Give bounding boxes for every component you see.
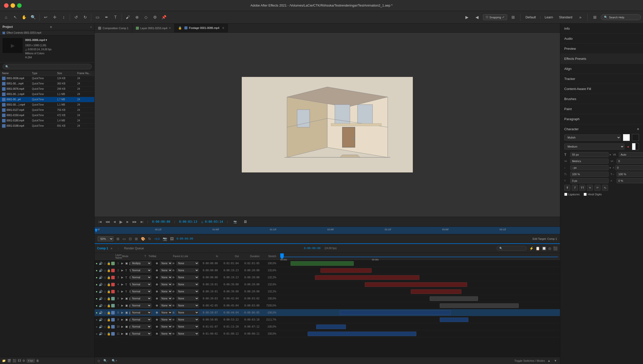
snapshot-view-btn2[interactable]: 🖼 (170, 237, 174, 241)
play-back-icon[interactable]: ◀◀ (105, 220, 109, 223)
layer-audio-btn[interactable]: 🔊 (99, 283, 103, 286)
effects-presets-section[interactable]: Effects Presets (560, 54, 643, 64)
timeline-layer[interactable]: ● 🔊 ◎ 🔒 8 ▶ ▣ [0001-0253.mp4] Normal ⊕ N… (95, 309, 560, 316)
layer-trkmat-select[interactable]: None (160, 261, 172, 265)
file-row[interactable]: 0001-0198.mp4 QuickTime 691 KB 24 (0, 123, 94, 129)
layer-eye-btn[interactable]: ● (95, 332, 99, 336)
file-row[interactable]: 0001-0036.mp4 QuickTime 124 KB 24 (0, 76, 94, 81)
safe-areas-icon[interactable]: ⊡ (129, 237, 132, 241)
layer-lock-btn[interactable]: 🔒 (107, 276, 111, 279)
layer-color-btn[interactable] (111, 304, 115, 307)
layer-expand-btn[interactable]: ▶ (121, 318, 125, 321)
comp-menu-icon[interactable]: ≡ (111, 247, 112, 250)
preview-icon[interactable]: ▭ (123, 237, 126, 241)
project-expand-icon[interactable]: » (90, 25, 92, 28)
layer-expand-btn[interactable]: ▶ (121, 325, 125, 328)
workspace-default[interactable]: Default (524, 14, 538, 20)
pin-tool[interactable]: 📌 (160, 13, 168, 21)
layer-eye-btn[interactable]: ● (95, 276, 99, 279)
char-menu-icon[interactable]: ≡ (637, 127, 639, 131)
layer-track-bar[interactable] (440, 317, 468, 322)
content-aware-fill-section[interactable]: Content-Aware Fill (560, 84, 643, 94)
layer-parent-select[interactable]: None (176, 296, 199, 301)
timeline-layer[interactable]: ● 🔊 ◎ 🔒 4 ▶ T This is...g less wood. Nor… (95, 281, 560, 288)
fullscreen-icon[interactable]: ⊞ (591, 13, 599, 21)
tl-search-input[interactable] (497, 246, 527, 251)
pen-tool[interactable]: ✒ (102, 13, 110, 21)
layer-eye-btn[interactable]: ● (95, 311, 99, 314)
play-back-icon[interactable]: ◀ (473, 13, 481, 21)
layer-solo-btn[interactable]: ◎ (103, 269, 107, 272)
layer-parent-select[interactable]: None (176, 303, 199, 308)
font-size-input[interactable] (570, 152, 609, 157)
paragraph-section[interactable]: Paragraph (560, 114, 643, 124)
timeline-layer[interactable]: ● 🔊 ◎ 🔒 2 ▶ T This is...er homes. Normal… (95, 267, 560, 274)
layer-lock-btn[interactable]: 🔒 (107, 318, 111, 322)
rotate-tool[interactable]: ↩ (42, 13, 50, 21)
layer-expand-btn[interactable]: ▶ (121, 290, 125, 293)
tab-layer[interactable]: Layer 0001-0253.mp4 ✕ (132, 24, 175, 32)
toggle-switches-label[interactable]: Toggle Switches / Modes (514, 359, 545, 362)
layer-expand-btn[interactable]: ▶ (121, 304, 125, 307)
vert-scale-input[interactable] (570, 172, 609, 177)
project-menu-icon[interactable]: ≡ (50, 25, 52, 28)
prev-frame-icon[interactable]: |◀ (99, 220, 101, 223)
tab-composition[interactable]: Composition Comp 1 (95, 24, 132, 32)
search-box[interactable]: 🔍 Search Help (601, 14, 641, 20)
layer-trkmat-select[interactable]: None (160, 275, 172, 280)
layer-mode-select[interactable]: Normal (130, 325, 151, 329)
layer-expand-btn[interactable]: ▶ (121, 283, 125, 286)
layer-audio-btn[interactable]: 🔊 (99, 290, 103, 293)
fit-view-icon[interactable]: ⊞ (116, 237, 119, 241)
layer-parent-select[interactable]: None (176, 289, 199, 294)
info-section[interactable]: Info (560, 24, 643, 34)
layer-color-btn[interactable] (111, 318, 115, 322)
layer-solo-btn[interactable]: ◎ (103, 276, 107, 279)
layer-mode-select[interactable]: Multiply (130, 261, 151, 265)
paint-section[interactable]: Paint (560, 104, 643, 114)
layer-track-bar[interactable] (291, 261, 354, 266)
audio-section[interactable]: Audio (560, 34, 643, 44)
tl-scroll-up[interactable]: ▲ (546, 358, 551, 363)
snapping-checkbox[interactable]: ☐ (486, 16, 488, 19)
tab-footage[interactable]: 🔒 Footage 0001-0086.mp4 ≡ (175, 24, 228, 32)
layer-eye-btn[interactable]: ● (95, 283, 99, 286)
timeline-layer[interactable]: ● 🔊 ◎ 🔒 1 ▶ ▣ [Texture 2.png] Multiply ⊕… (95, 260, 560, 267)
layer-parent-select[interactable]: None (176, 325, 199, 329)
layer-tab-close[interactable]: ✕ (169, 27, 171, 29)
layer-parent-select[interactable]: None (176, 282, 199, 287)
eyedropper-icon[interactable]: 🔺 (626, 145, 630, 148)
workspace-standard[interactable]: Standard (557, 14, 574, 20)
layer-lock-btn[interactable]: 🔒 (107, 262, 111, 265)
search-input[interactable] (3, 64, 92, 69)
ligatures-checkbox[interactable] (564, 193, 567, 196)
layer-expand-btn[interactable]: ▶ (121, 269, 125, 272)
file-row[interactable]: 0001-00....mp4 QuickTime 360 KB 24 (0, 81, 94, 86)
layer-solo-btn[interactable]: ◎ (103, 297, 107, 300)
maximize-button[interactable] (17, 3, 22, 8)
tl-ctrl-2[interactable]: 📋 (536, 246, 540, 250)
layer-mode-select[interactable]: Normal (130, 332, 151, 336)
scrubber-track[interactable]: 0f 00:12f 01:00f 01:12f 02:00f 02:12f 03… (98, 227, 557, 234)
layer-track-bar[interactable] (340, 310, 451, 315)
layer-eye-btn[interactable]: ● (95, 304, 99, 307)
layer-color-btn[interactable] (111, 325, 115, 329)
timeline-layer[interactable]: ● 🔊 ◎ 🔒 5 ▶ T Så här...e ved. Normal ⊕ N… (95, 288, 560, 295)
layer-eye-btn[interactable]: ● (95, 262, 99, 265)
layer-eye-btn[interactable]: ● (95, 325, 99, 329)
rect-tool[interactable]: ▭ (93, 13, 101, 21)
tl-ctrl-1[interactable]: ⚡ (529, 246, 534, 250)
layer-color-btn[interactable] (111, 283, 115, 286)
layer-audio-btn[interactable]: 🔊 (99, 276, 103, 279)
layer-solo-btn[interactable]: ◎ (103, 283, 107, 286)
select-tool[interactable]: ↖ (11, 13, 19, 21)
layer-solo-btn[interactable]: ◎ (103, 304, 107, 307)
layer-color-btn[interactable] (111, 332, 115, 336)
layer-track-bar[interactable] (430, 296, 478, 301)
redo-tool[interactable]: ↻ (81, 13, 89, 21)
layer-solo-btn[interactable]: ◎ (103, 262, 107, 265)
layer-lock-btn[interactable]: 🔒 (107, 269, 111, 272)
layer-solo-btn[interactable]: ◎ (103, 325, 107, 329)
render-icon[interactable]: 🎞 (18, 359, 21, 362)
all-caps-icon[interactable]: TT (579, 185, 585, 191)
